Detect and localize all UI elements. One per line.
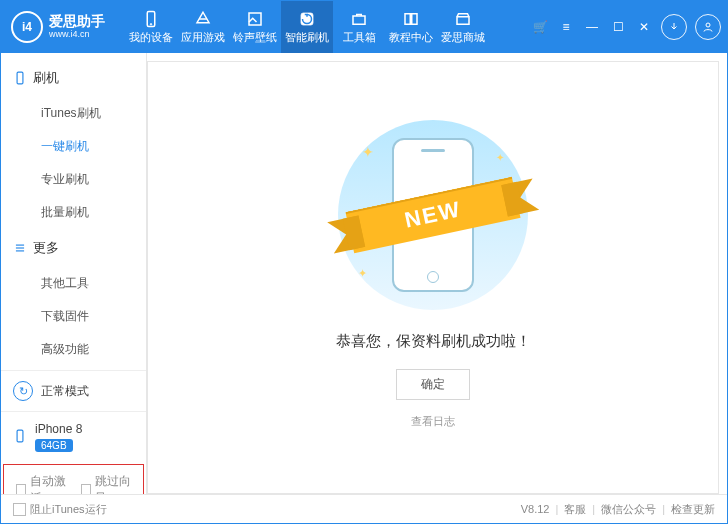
- success-illustration: ✦ ✦ ✦ ✦ NEW: [338, 120, 528, 310]
- success-message: 恭喜您，保资料刷机成功啦！: [336, 332, 531, 351]
- top-nav: 我的设备 应用游戏 铃声壁纸 智能刷机 工具箱 教程中心: [125, 1, 489, 53]
- svg-rect-5: [353, 16, 365, 24]
- nav-mall[interactable]: 爱思商城: [437, 1, 489, 53]
- menu-lines-icon: [13, 241, 27, 255]
- nav-ringtone[interactable]: 铃声壁纸: [229, 1, 281, 53]
- status-bar: 阻止iTunes运行 V8.12 | 客服 | 微信公众号 | 检查更新: [1, 494, 727, 523]
- svg-rect-7: [17, 72, 23, 84]
- nav-label: 应用游戏: [181, 30, 225, 45]
- sidebar-item-pro-flash[interactable]: 专业刷机: [1, 163, 146, 196]
- phone-outline-icon: [13, 71, 27, 85]
- separator: |: [555, 503, 558, 515]
- sidebar-item-other-tools[interactable]: 其他工具: [1, 267, 146, 300]
- wechat-link[interactable]: 微信公众号: [601, 502, 656, 517]
- sidebar-item-batch-flash[interactable]: 批量刷机: [1, 196, 146, 229]
- refresh-icon: ↻: [13, 381, 33, 401]
- nav-label: 爱思商城: [441, 30, 485, 45]
- menu-icon[interactable]: ≡: [557, 20, 575, 34]
- device-name: iPhone 8: [35, 422, 82, 436]
- nav-label: 铃声壁纸: [233, 30, 277, 45]
- user-icon[interactable]: [695, 14, 721, 40]
- mode-label: 正常模式: [41, 383, 89, 400]
- nav-toolbox[interactable]: 工具箱: [333, 1, 385, 53]
- book-icon: [402, 10, 420, 28]
- logo-icon: i4: [11, 11, 43, 43]
- sidebar-item-advanced[interactable]: 高级功能: [1, 333, 146, 366]
- sidebar-item-download-firmware[interactable]: 下载固件: [1, 300, 146, 333]
- star-icon: ✦: [362, 144, 374, 160]
- cart-icon[interactable]: 🛒: [531, 20, 549, 34]
- title-bar: i4 爱思助手 www.i4.cn 我的设备 应用游戏 铃声壁纸 智能刷机: [1, 1, 727, 53]
- flash-icon: [298, 10, 316, 28]
- check-update-link[interactable]: 检查更新: [671, 502, 715, 517]
- mode-indicator[interactable]: ↻ 正常模式: [1, 370, 146, 411]
- store-icon: [454, 10, 472, 28]
- sidebar-item-onekey-flash[interactable]: 一键刷机: [1, 130, 146, 163]
- apps-icon: [194, 10, 212, 28]
- device-indicator[interactable]: iPhone 8 64GB: [1, 411, 146, 462]
- content-panel: ✦ ✦ ✦ ✦ NEW 恭喜您，保资料刷机成功啦！ 确定 查看日志: [147, 61, 719, 494]
- sidebar-item-itunes-flash[interactable]: iTunes刷机: [1, 97, 146, 130]
- download-icon[interactable]: [661, 14, 687, 40]
- maximize-button[interactable]: ☐: [609, 20, 627, 34]
- view-log-link[interactable]: 查看日志: [411, 414, 455, 429]
- ok-button[interactable]: 确定: [396, 369, 470, 400]
- device-phone-icon: [13, 426, 27, 449]
- nav-my-device[interactable]: 我的设备: [125, 1, 177, 53]
- close-button[interactable]: ✕: [635, 20, 653, 34]
- sidebar-header-more[interactable]: 更多: [1, 233, 146, 263]
- separator: |: [592, 503, 595, 515]
- toolbox-icon: [350, 10, 368, 28]
- brand-name: 爱思助手: [49, 14, 105, 29]
- checkbox-icon: [13, 503, 26, 516]
- svg-point-1: [150, 23, 152, 25]
- version-label: V8.12: [521, 503, 550, 515]
- support-link[interactable]: 客服: [564, 502, 586, 517]
- new-ribbon: NEW: [348, 194, 518, 236]
- svg-rect-11: [17, 430, 23, 442]
- stop-itunes-checkbox[interactable]: 阻止iTunes运行: [13, 502, 107, 517]
- wallpaper-icon: [246, 10, 264, 28]
- device-storage-badge: 64GB: [35, 439, 73, 452]
- phone-icon: [142, 10, 160, 28]
- star-icon: ✦: [358, 267, 367, 280]
- nav-label: 工具箱: [343, 30, 376, 45]
- sidebar-header-label: 更多: [33, 239, 59, 257]
- nav-label: 我的设备: [129, 30, 173, 45]
- brand-site: www.i4.cn: [49, 30, 105, 40]
- app-logo: i4 爱思助手 www.i4.cn: [11, 11, 105, 43]
- nav-apps[interactable]: 应用游戏: [177, 1, 229, 53]
- sidebar-header-label: 刷机: [33, 69, 59, 87]
- minimize-button[interactable]: —: [583, 20, 601, 34]
- nav-tutorial[interactable]: 教程中心: [385, 1, 437, 53]
- nav-flash[interactable]: 智能刷机: [281, 1, 333, 53]
- sidebar: 刷机 iTunes刷机 一键刷机 专业刷机 批量刷机 更多 其他工具 下载固件 …: [1, 53, 147, 494]
- star-icon: ✦: [496, 152, 504, 163]
- svg-point-6: [706, 23, 710, 27]
- checkbox-label: 阻止iTunes运行: [30, 502, 107, 517]
- separator: |: [662, 503, 665, 515]
- sidebar-header-flash[interactable]: 刷机: [1, 63, 146, 93]
- svg-rect-3: [249, 13, 261, 25]
- nav-label: 智能刷机: [285, 30, 329, 45]
- nav-label: 教程中心: [389, 30, 433, 45]
